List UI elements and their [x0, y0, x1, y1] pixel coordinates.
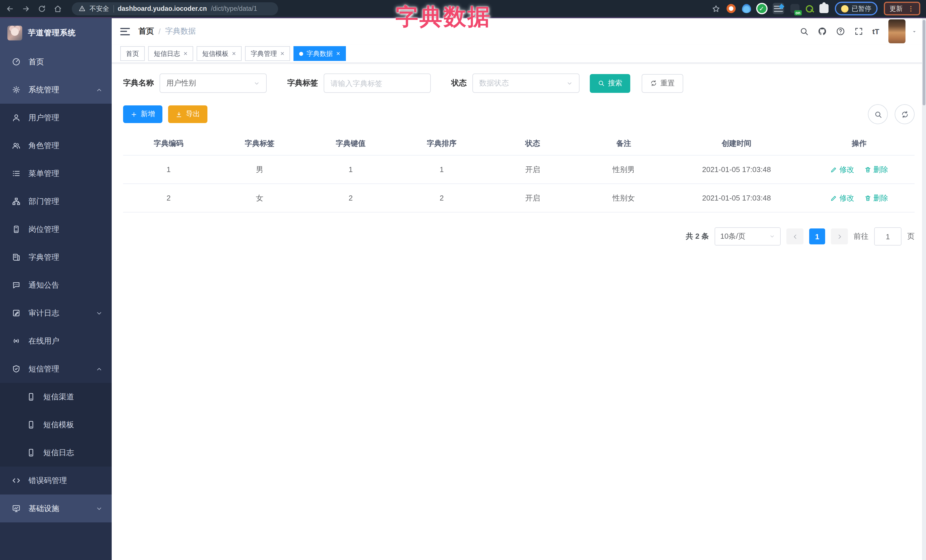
- tab-close-icon[interactable]: ×: [183, 50, 188, 57]
- user-icon: [12, 113, 21, 122]
- add-button[interactable]: 新增: [123, 106, 162, 123]
- next-page-button[interactable]: [831, 228, 848, 245]
- browser-menu-kebab-icon[interactable]: [907, 5, 915, 12]
- table-row: 2 女 2 2 开启 性别女 2021-01-05 17:03:48 修改: [123, 184, 915, 212]
- search-icon[interactable]: [799, 27, 808, 36]
- delete-link[interactable]: 删除: [864, 193, 888, 203]
- page-size-value: 10条/页: [720, 231, 745, 242]
- dict-tag-input[interactable]: [324, 74, 431, 93]
- filter-form: 字典名称 用户性别 字典标签 状态 数据状态: [123, 74, 915, 93]
- prev-page-button[interactable]: [787, 228, 803, 245]
- extension-check-icon[interactable]: ✓: [757, 4, 766, 13]
- page-content: 字典名称 用户性别 字典标签 状态 数据状态: [112, 63, 926, 560]
- sidebar-item-system-mgmt[interactable]: 系统管理: [0, 76, 112, 104]
- cell-remark: 性别男: [578, 155, 669, 184]
- cell-remark: 性别女: [578, 184, 669, 212]
- page-size-select[interactable]: 10条/页: [714, 227, 781, 246]
- search-button[interactable]: 搜索: [590, 74, 630, 92]
- phone-icon: [27, 420, 35, 429]
- sidebar-item-role-mgmt[interactable]: 角色管理: [0, 131, 112, 160]
- browser-update-button[interactable]: 更新: [884, 2, 920, 15]
- breadcrumb-home[interactable]: 首页: [138, 26, 154, 36]
- goto-page-input[interactable]: [874, 227, 902, 246]
- sidebar-item-sms-channel[interactable]: 短信渠道: [0, 383, 112, 411]
- extension-drop-icon[interactable]: [741, 4, 751, 13]
- tab-close-icon[interactable]: ×: [280, 50, 284, 57]
- edit-link[interactable]: 修改: [830, 165, 854, 175]
- gear-icon: [12, 86, 21, 94]
- tab-sms-template[interactable]: 短信模板 ×: [197, 46, 242, 61]
- edit-link[interactable]: 修改: [830, 193, 854, 203]
- user-avatar[interactable]: [888, 20, 905, 43]
- tags-view-bar: 首页 短信日志 × 短信模板 × 字典管理 × 字典数据 ×: [112, 44, 926, 63]
- tab-home[interactable]: 首页: [120, 46, 145, 61]
- fullscreen-icon[interactable]: [854, 27, 863, 36]
- dict-name-value: 用户性别: [166, 78, 196, 88]
- cell-status: 开启: [487, 184, 578, 212]
- extensions-puzzle-icon[interactable]: [819, 4, 828, 13]
- bookmark-star-icon[interactable]: [711, 4, 720, 13]
- font-size-icon[interactable]: tT: [872, 27, 879, 36]
- toggle-search-button[interactable]: [868, 104, 888, 124]
- tab-dict-mgmt[interactable]: 字典管理 ×: [245, 46, 290, 61]
- reset-button[interactable]: 重置: [642, 74, 683, 92]
- sidebar-item-sms-mgmt[interactable]: 短信管理: [0, 355, 112, 383]
- sidebar-item-error-code-mgmt[interactable]: 错误码管理: [0, 466, 112, 495]
- cell-status: 开启: [487, 155, 578, 184]
- sidebar-item-home[interactable]: 首页: [0, 48, 112, 76]
- scrollbar-thumb[interactable]: [923, 20, 925, 106]
- sidebar-toggle-icon[interactable]: [120, 28, 130, 35]
- document-edit-icon: [12, 309, 21, 317]
- export-button[interactable]: 导出: [168, 106, 207, 123]
- sidebar-item-user-mgmt[interactable]: 用户管理: [0, 104, 112, 131]
- tab-close-icon[interactable]: ×: [336, 50, 340, 57]
- tab-label: 短信日志: [154, 49, 180, 58]
- sidebar-item-notice[interactable]: 通知公告: [0, 271, 112, 299]
- sidebar-item-infrastructure[interactable]: 基础设施: [0, 495, 112, 522]
- profile-paused-chip[interactable]: 已暂停: [835, 2, 878, 15]
- cell-value: 1: [305, 155, 396, 184]
- extension-sliders-icon[interactable]: [772, 3, 784, 14]
- tab-sms-log[interactable]: 短信日志 ×: [148, 46, 193, 61]
- sidebar-item-dict-mgmt[interactable]: 字典管理: [0, 243, 112, 271]
- extension-key-icon[interactable]: [805, 5, 813, 12]
- browser-forward-icon[interactable]: [22, 4, 30, 13]
- dict-name-label: 字典名称: [123, 78, 154, 88]
- sidebar-item-sms-template[interactable]: 短信模板: [0, 411, 112, 439]
- tab-dict-data[interactable]: 字典数据 ×: [294, 46, 346, 61]
- sidebar-item-post-mgmt[interactable]: 岗位管理: [0, 215, 112, 243]
- sidebar: 芋道管理系统 首页 系统管理 用户管理 角色管理 菜单管理: [0, 18, 112, 560]
- sidebar-item-sms-log[interactable]: 短信日志: [0, 439, 112, 466]
- delete-link[interactable]: 删除: [864, 165, 888, 175]
- refresh-table-button[interactable]: [895, 104, 915, 124]
- avatar-caret-down-icon[interactable]: [911, 28, 917, 35]
- sidebar-item-menu-mgmt[interactable]: 菜单管理: [0, 160, 112, 187]
- extension-on-icon[interactable]: on: [790, 4, 799, 13]
- sidebar-logo[interactable]: 芋道管理系统: [0, 18, 112, 48]
- extension-orange-icon[interactable]: [726, 4, 735, 13]
- sidebar-item-online-users[interactable]: 在线用户: [0, 327, 112, 355]
- tab-label: 短信模板: [202, 49, 228, 58]
- sidebar-item-label: 基础设施: [29, 503, 59, 513]
- help-icon[interactable]: [836, 27, 845, 36]
- tab-close-icon[interactable]: ×: [232, 50, 236, 57]
- page-scrollbar[interactable]: [922, 18, 926, 560]
- table-header-row: 字典编码 字典标签 字典键值 字典排序 状态 备注 创建时间 操作: [123, 132, 915, 155]
- tab-label: 字典管理: [251, 49, 277, 58]
- col-header-remark: 备注: [578, 132, 669, 155]
- speech-bubble-icon: [12, 281, 21, 290]
- status-select[interactable]: 数据状态: [472, 74, 580, 93]
- browser-home-icon[interactable]: [54, 4, 62, 13]
- tab-label: 首页: [126, 49, 139, 58]
- current-page-button[interactable]: 1: [809, 228, 825, 245]
- sidebar-item-audit-log[interactable]: 审计日志: [0, 299, 112, 327]
- status-placeholder: 数据状态: [479, 78, 509, 88]
- browser-back-icon[interactable]: [6, 4, 14, 13]
- dict-name-select[interactable]: 用户性别: [160, 74, 267, 93]
- browser-reload-icon[interactable]: [38, 4, 46, 13]
- github-icon[interactable]: [817, 27, 826, 36]
- sidebar-item-dept-mgmt[interactable]: 部门管理: [0, 187, 112, 215]
- app-title: 芋道管理系统: [28, 28, 76, 38]
- shield-check-icon: [12, 365, 21, 373]
- address-bar[interactable]: 不安全 dashboard.yudao.iocoder.cn /dict/typ…: [72, 2, 278, 15]
